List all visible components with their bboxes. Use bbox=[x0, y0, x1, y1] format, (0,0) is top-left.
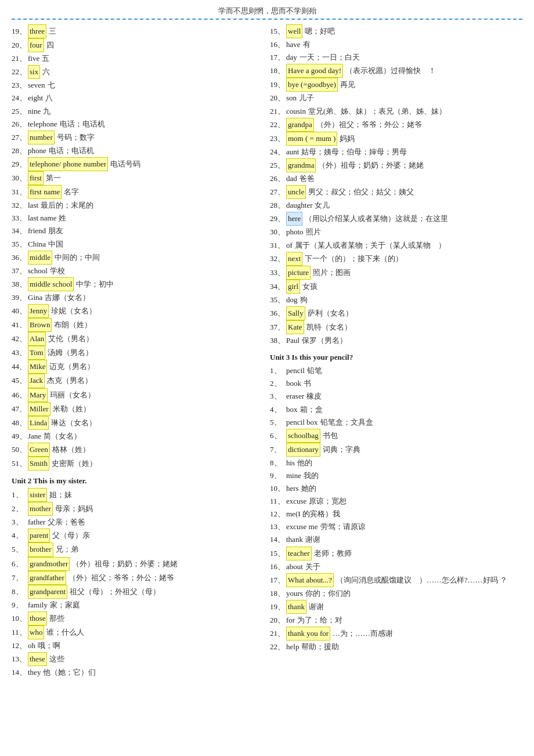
list-item: 43、Tom 汤姆（男名） bbox=[12, 346, 264, 360]
entry-number: 29、 bbox=[270, 212, 286, 225]
list-item: 36、middle 中间的；中间 bbox=[12, 251, 264, 265]
list-item: 23、seven 七 bbox=[12, 79, 264, 92]
entry-word: yours bbox=[286, 587, 303, 600]
entry-meaning: 铅笔盒；文具盒 bbox=[320, 416, 373, 429]
entry-word: pencil bbox=[286, 364, 305, 377]
entry-word: girl bbox=[286, 280, 300, 294]
entry-word: mother bbox=[28, 502, 53, 516]
list-item: 30、photo 照片 bbox=[270, 226, 522, 238]
entry-meaning: 妈妈 bbox=[340, 132, 355, 145]
list-item: 2、mother 母亲；妈妈 bbox=[12, 502, 264, 516]
list-item: 11、excuse 原谅；宽恕 bbox=[270, 495, 522, 508]
entry-word: excuse bbox=[286, 495, 306, 508]
entry-number: 9、 bbox=[270, 469, 286, 482]
list-item: 40、Jenny 珍妮（女名） bbox=[12, 304, 264, 318]
entry-number: 40、 bbox=[12, 305, 28, 317]
entry-meaning: 一天；一日；白天 bbox=[300, 51, 360, 64]
entry-word: for bbox=[286, 614, 295, 627]
entry-number: 17、 bbox=[270, 51, 286, 64]
entry-word: three bbox=[28, 24, 46, 38]
list-item: 8、his 他的 bbox=[270, 457, 522, 469]
list-item: 13、excuse me 劳驾；请原谅 bbox=[270, 520, 522, 533]
entry-number: 22、 bbox=[270, 118, 286, 131]
entry-word: well bbox=[286, 24, 302, 38]
entry-word: eight bbox=[28, 92, 43, 104]
entry-word: excuse me bbox=[286, 520, 318, 533]
entry-number: 31、 bbox=[12, 186, 28, 198]
entry-meaning: 史密斯（姓） bbox=[52, 457, 97, 470]
entry-meaning: 萨利（女名） bbox=[308, 307, 353, 320]
entry-number: 19、 bbox=[270, 78, 286, 91]
entry-number: 26、 bbox=[270, 172, 286, 185]
entry-meaning: 五 bbox=[42, 52, 49, 65]
entry-meaning: 橡皮 bbox=[306, 390, 322, 403]
entry-number: 29、 bbox=[12, 158, 28, 171]
entry-number: 49、 bbox=[12, 430, 28, 443]
entry-meaning: 书包 bbox=[323, 429, 338, 442]
list-item: 16、have 有 bbox=[270, 38, 522, 51]
entry-word: Smith bbox=[28, 457, 49, 471]
entry-word: teacher bbox=[286, 547, 312, 560]
entry-number: 13、 bbox=[12, 653, 28, 665]
list-item: 46、Mary 玛丽（女名） bbox=[12, 388, 264, 402]
entry-number: 5、 bbox=[12, 543, 28, 556]
entry-word: bye (=goodbye) bbox=[286, 78, 338, 92]
entry-word: photo bbox=[286, 226, 304, 238]
list-item: 19、thank 谢谢 bbox=[270, 600, 522, 614]
entry-word: grandmother bbox=[28, 557, 70, 571]
entry-number: 12、 bbox=[12, 639, 28, 652]
list-item: 8、grandparent 祖父（母）；外祖父（母） bbox=[12, 585, 264, 599]
entry-word: first name bbox=[28, 185, 62, 199]
list-item: 11、who 谁；什么人 bbox=[12, 625, 264, 639]
entry-number: 23、 bbox=[12, 79, 28, 92]
entry-meaning: 第一 bbox=[46, 172, 61, 185]
entry-word: Jack bbox=[28, 374, 45, 388]
left-column: 19、three 三20、four 四21、five 五22、six 六23、s… bbox=[12, 24, 264, 679]
entry-word: thank bbox=[286, 600, 306, 614]
entry-number: 31、 bbox=[270, 239, 286, 252]
entry-meaning: 那些 bbox=[49, 612, 64, 625]
list-item: 29、telephone/ phone number 电话号码 bbox=[12, 157, 264, 171]
entry-meaning: 七 bbox=[48, 79, 55, 92]
entry-meaning: 中学；初中 bbox=[76, 278, 114, 291]
list-item: 3、eraser 橡皮 bbox=[270, 390, 522, 403]
entry-meaning: 父亲；爸爸 bbox=[48, 516, 85, 529]
entry-word: Jane bbox=[28, 430, 41, 443]
list-item: 36、Sally 萨利（女名） bbox=[270, 306, 522, 320]
entry-meaning: 她的 bbox=[301, 482, 316, 495]
entry-meaning: 保罗（男名） bbox=[302, 334, 347, 347]
list-item: 3、father 父亲；爸爸 bbox=[12, 516, 264, 529]
entry-word: nine bbox=[28, 105, 41, 118]
entry-word: phone bbox=[28, 144, 46, 157]
entry-word: sister bbox=[28, 488, 47, 502]
entry-meaning: （外）祖父；爷爷；外公；姥爷 bbox=[68, 571, 174, 584]
entry-word: friend bbox=[28, 225, 46, 237]
entry-number: 30、 bbox=[270, 226, 286, 238]
list-item: 5、brother 兄；弟 bbox=[12, 542, 264, 556]
entry-word: Tom bbox=[28, 346, 45, 360]
entry-number: 35、 bbox=[270, 294, 286, 306]
entry-number: 15、 bbox=[270, 547, 286, 560]
list-item: 24、eight 八 bbox=[12, 92, 264, 104]
entry-meaning: 九 bbox=[43, 105, 50, 118]
entry-word: these bbox=[28, 652, 47, 666]
list-item: 33、picture 照片；图画 bbox=[270, 266, 522, 280]
entry-word: who bbox=[28, 625, 44, 639]
entry-number: 1、 bbox=[270, 364, 286, 377]
entry-number: 33、 bbox=[12, 212, 28, 225]
entry-word: schoolbag bbox=[286, 429, 320, 443]
entry-meaning: 布朗（姓） bbox=[54, 319, 92, 331]
entry-word: Jenny bbox=[28, 304, 49, 318]
entry-meaning: 父（母）亲 bbox=[52, 529, 90, 542]
entry-word: four bbox=[28, 38, 44, 52]
entry-number: 11、 bbox=[12, 626, 28, 639]
list-item: 49、Jane 简（女名） bbox=[12, 430, 264, 443]
list-item: 20、four 四 bbox=[12, 38, 264, 52]
entry-word: Kate bbox=[286, 320, 304, 334]
entry-word: Have a good day! bbox=[286, 64, 343, 78]
list-item: 37、Kate 凯特（女名） bbox=[270, 320, 522, 334]
entry-word: have bbox=[286, 38, 301, 51]
entry-number: 33、 bbox=[270, 266, 286, 279]
entry-word: dog bbox=[286, 294, 298, 306]
entry-meaning: （用以介绍某人或者某物）这就是；在这里 bbox=[305, 212, 448, 225]
